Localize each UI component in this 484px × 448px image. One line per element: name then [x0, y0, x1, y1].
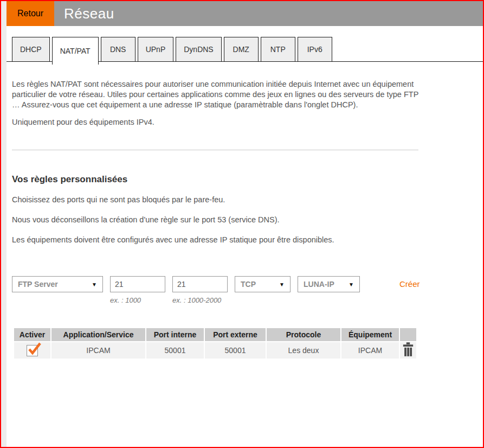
external-port-field-wrap: ex. : 1000-2000 — [172, 276, 228, 304]
back-button[interactable]: Retour — [7, 1, 54, 26]
internal-port-hint: ex. : 1000 — [110, 296, 165, 304]
col-header-port-externe: Port externe — [205, 328, 266, 341]
tab-content-nat-pat: Les règles NAT/PAT sont nécessaires pour… — [7, 65, 483, 360]
col-header-equipement: Équipement — [341, 328, 399, 341]
internal-port-input[interactable] — [110, 276, 165, 292]
rules-hint-firewall: Choisissez des ports qui ne sont pas blo… — [12, 195, 483, 205]
cell-equipement: IPCAM — [341, 342, 399, 359]
chevron-down-icon: ▼ — [92, 281, 97, 287]
cell-delete — [400, 342, 416, 359]
tab-dmz[interactable]: DMZ — [224, 37, 259, 62]
cell-activer — [14, 342, 50, 359]
cell-application: IPCAM — [51, 342, 145, 359]
create-rule-link[interactable]: Créer — [399, 276, 420, 292]
external-port-input[interactable] — [172, 276, 228, 292]
rule-enabled-checkbox[interactable] — [27, 345, 38, 356]
checkmark-icon — [28, 342, 42, 356]
col-header-protocole: Protocole — [267, 328, 340, 341]
tab-ipv6[interactable]: IPv6 — [298, 37, 332, 62]
tab-nat-pat[interactable]: NAT/PAT — [52, 37, 99, 65]
section-divider — [12, 150, 418, 150]
application-select[interactable]: FTP Server ▼ — [12, 276, 103, 292]
protocol-select-value: TCP — [241, 280, 256, 289]
cell-port-externe: 50001 — [205, 342, 266, 359]
col-header-activer: Activer — [14, 328, 50, 341]
tab-bar: DHCP NAT/PAT DNS UPnP DynDNS DMZ NTP IPv… — [7, 37, 483, 65]
device-select-value: LUNA-IP — [304, 280, 334, 289]
tab-dns[interactable]: DNS — [101, 37, 135, 62]
tab-dyndns[interactable]: DynDNS — [176, 37, 221, 62]
rules-table: Activer Application/Service Port interne… — [13, 327, 417, 360]
col-header-application: Application/Service — [51, 328, 145, 341]
natpat-description: Les règles NAT/PAT sont nécessaires pour… — [12, 79, 420, 110]
left-gutter — [1, 1, 7, 447]
application-select-value: FTP Server — [18, 280, 58, 289]
rules-table-header-row: Activer Application/Service Port interne… — [14, 328, 416, 341]
titlebar: Réseau — [54, 1, 483, 26]
tab-dhcp[interactable]: DHCP — [12, 37, 50, 62]
device-select[interactable]: LUNA-IP ▼ — [298, 276, 360, 292]
internal-port-field-wrap: ex. : 1000 — [110, 276, 165, 304]
delete-rule-button[interactable] — [402, 342, 414, 357]
page-title: Réseau — [64, 5, 114, 22]
table-row: IPCAM 50001 50001 Les deux IPCAM — [14, 342, 416, 359]
col-header-delete — [400, 328, 416, 341]
new-rule-form: FTP Server ▼ ex. : 1000 ex. : 1000-2000 … — [12, 276, 483, 304]
custom-rules-title: Vos règles personnalisées — [12, 174, 483, 185]
ipv4-only-note: Uniquement pour des équipements IPv4. — [12, 117, 420, 127]
rules-hint-port53: Nous vous déconseillons la création d'un… — [12, 215, 483, 225]
trash-icon — [402, 342, 414, 357]
chevron-down-icon: ▼ — [279, 281, 285, 287]
chevron-down-icon: ▼ — [349, 281, 354, 287]
rules-hint-static-ip: Les équipements doivent être configurés … — [12, 235, 483, 245]
cell-port-interne: 50001 — [146, 342, 204, 359]
tab-ntp[interactable]: NTP — [261, 37, 295, 62]
protocol-select[interactable]: TCP ▼ — [235, 276, 291, 292]
page-header: Retour Réseau — [7, 1, 483, 26]
col-header-port-interne: Port interne — [146, 328, 204, 341]
cell-protocole: Les deux — [267, 342, 340, 359]
network-settings-page: Retour Réseau DHCP NAT/PAT DNS UPnP DynD… — [7, 1, 483, 447]
external-port-hint: ex. : 1000-2000 — [172, 296, 228, 304]
tab-upnp[interactable]: UPnP — [138, 37, 174, 62]
